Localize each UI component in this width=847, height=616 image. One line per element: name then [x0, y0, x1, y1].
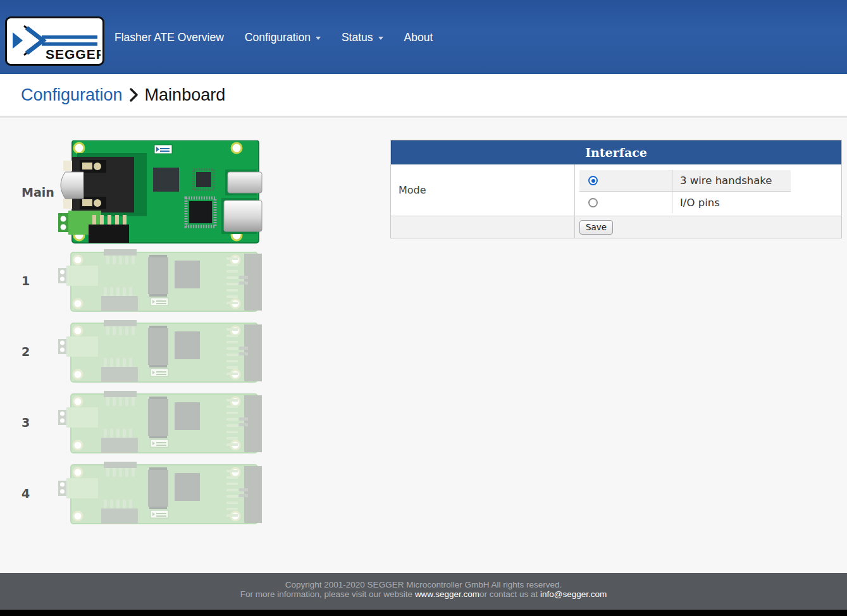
nav-item-flasher-ate-overview[interactable]: Flasher ATE Overview [114, 31, 224, 44]
segger-logo[interactable]: SEGGER [5, 16, 104, 66]
breadcrumb-current-page: Mainboard [145, 85, 226, 105]
board-label-main: Main [0, 185, 58, 199]
slot-board-1-image[interactable] [58, 249, 273, 312]
board-row-2: 2 [0, 320, 276, 383]
breadcrumb-configuration-link[interactable]: Configuration [21, 85, 123, 105]
board-row-3: 3 [0, 391, 276, 454]
footer-contact-line: For more information, please visit our w… [0, 589, 847, 599]
footer-email-link[interactable]: info@segger.com [540, 589, 607, 599]
save-button[interactable]: Save [579, 220, 613, 235]
mode-row: Mode 3 wire handshake I/O pins [391, 164, 841, 216]
segger-logo-text: SEGGER [46, 47, 101, 61]
board-label-3: 3 [0, 416, 58, 429]
dropdown-arrow-icon [378, 37, 383, 40]
save-row: Save [391, 216, 841, 238]
panel-title: Interface [391, 140, 841, 164]
option-row-io-pins: I/O pins [579, 192, 791, 213]
board-row-1: 1 [0, 249, 276, 312]
board-row-main: Main [0, 140, 276, 243]
option-label-io-pins: I/O pins [672, 192, 791, 213]
dropdown-arrow-icon [316, 37, 321, 40]
mode-options: 3 wire handshake I/O pins [579, 170, 791, 213]
top-navbar: SEGGER Flasher ATE Overview Configuratio… [0, 0, 847, 74]
bottom-strip [0, 610, 847, 616]
segger-logo-image: SEGGER [9, 20, 101, 63]
board-selector: Main [0, 140, 276, 533]
radio-3-wire-handshake[interactable] [588, 176, 598, 185]
nav-item-configuration[interactable]: Configuration [245, 31, 321, 44]
nav-item-status[interactable]: Status [342, 31, 383, 44]
option-label-3-wire-handshake: 3 wire handshake [672, 170, 791, 191]
radio-io-pins[interactable] [588, 198, 598, 207]
interface-panel: Interface Mode 3 wire handshake [390, 140, 842, 238]
breadcrumb: Configuration Mainboard [0, 74, 847, 116]
footer-website-link[interactable]: www.segger.com [415, 589, 479, 599]
board-label-2: 2 [0, 345, 58, 359]
slot-board-2-image[interactable] [58, 320, 273, 383]
breadcrumb-chevron-icon [129, 88, 139, 102]
board-label-4: 4 [0, 486, 58, 500]
nav-item-about[interactable]: About [404, 31, 433, 44]
slot-board-4-image[interactable] [58, 462, 273, 525]
footer-copyright: Copyright 2001-2020 SEGGER Microcontroll… [0, 580, 847, 589]
footer: Copyright 2001-2020 SEGGER Microcontroll… [0, 573, 847, 610]
option-row-3-wire-handshake: 3 wire handshake [579, 170, 791, 192]
board-row-4: 4 [0, 462, 276, 525]
board-label-1: 1 [0, 274, 58, 288]
mode-label: Mode [399, 184, 426, 196]
nav-menu: Flasher ATE Overview Configuration Statu… [114, 31, 454, 44]
main-content: Main [0, 118, 847, 573]
main-board-image[interactable] [58, 140, 276, 243]
slot-board-3-image[interactable] [58, 391, 273, 454]
